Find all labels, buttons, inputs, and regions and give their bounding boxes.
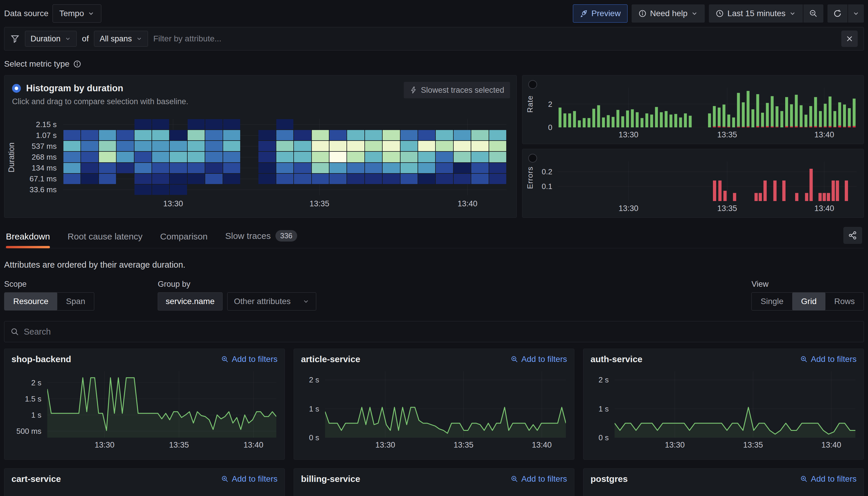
heatmap-cell[interactable]	[188, 119, 205, 129]
heatmap-cell[interactable]	[135, 163, 152, 173]
heatmap-cell[interactable]	[135, 185, 152, 195]
heatmap-cell[interactable]	[152, 152, 169, 162]
heatmap-cell[interactable]	[81, 174, 98, 184]
heatmap-cell[interactable]	[276, 152, 293, 162]
histogram-radio[interactable]	[12, 84, 21, 93]
heatmap-cell[interactable]	[418, 141, 435, 151]
view-option-single[interactable]: Single	[752, 293, 792, 310]
heatmap-cell[interactable]	[188, 130, 205, 140]
heatmap-cell[interactable]	[312, 141, 329, 151]
heatmap-cell[interactable]	[170, 141, 187, 151]
heatmap-cell[interactable]	[400, 163, 417, 173]
heatmap-cell[interactable]	[170, 152, 187, 162]
heatmap-cell[interactable]	[436, 163, 453, 173]
add-to-filters-link[interactable]: Add to filters	[511, 474, 567, 484]
heatmap-cell[interactable]	[258, 174, 275, 184]
heatmap-cell[interactable]	[205, 130, 222, 140]
heatmap-cell[interactable]	[81, 130, 98, 140]
heatmap-cell[interactable]	[330, 174, 347, 184]
heatmap-cell[interactable]	[205, 163, 222, 173]
heatmap-cell[interactable]	[81, 163, 98, 173]
heatmap-cell[interactable]	[312, 163, 329, 173]
heatmap-cell[interactable]	[489, 174, 506, 184]
add-to-filters-link[interactable]: Add to filters	[221, 355, 277, 364]
heatmap-cell[interactable]	[99, 141, 116, 151]
heatmap-cell[interactable]	[258, 141, 275, 151]
heatmap-cell[interactable]	[258, 163, 275, 173]
heatmap-cell[interactable]	[489, 130, 506, 140]
info-circle-icon[interactable]	[73, 60, 81, 68]
heatmap-cell[interactable]	[400, 152, 417, 162]
heatmap-cell[interactable]	[330, 130, 347, 140]
chart-plot[interactable]	[47, 371, 276, 438]
heatmap-cell[interactable]	[63, 130, 80, 140]
rate-plot[interactable]	[558, 88, 856, 127]
heatmap-cell[interactable]	[188, 152, 205, 162]
heatmap-cell[interactable]	[135, 119, 152, 129]
heatmap-cell[interactable]	[152, 163, 169, 173]
heatmap-cell[interactable]	[258, 130, 275, 140]
span-scope-select[interactable]: All spans	[94, 31, 148, 47]
heatmap-cell[interactable]	[188, 174, 205, 184]
heatmap-cell[interactable]	[135, 130, 152, 140]
groupby-other-attributes-dropdown[interactable]: Other attributes	[227, 292, 316, 311]
heatmap-cell[interactable]	[170, 185, 187, 195]
tab-root-cause-latency[interactable]: Root cause latency	[67, 232, 142, 248]
heatmap-cell[interactable]	[312, 174, 329, 184]
heatmap-cell[interactable]	[489, 163, 506, 173]
clear-filter-button[interactable]	[841, 31, 858, 47]
heatmap-cell[interactable]	[294, 141, 311, 151]
heatmap-cell[interactable]	[276, 174, 293, 184]
heatmap-cell[interactable]	[330, 152, 347, 162]
heatmap-cell[interactable]	[489, 152, 506, 162]
need-help-button[interactable]: Need help	[631, 4, 705, 22]
heatmap-cell[interactable]	[223, 119, 240, 129]
heatmap-cell[interactable]	[170, 174, 187, 184]
heatmap-cell[interactable]	[454, 174, 471, 184]
heatmap-cell[interactable]	[276, 141, 293, 151]
heatmap-cell[interactable]	[436, 174, 453, 184]
heatmap-cell[interactable]	[347, 152, 364, 162]
heatmap-cell[interactable]	[347, 163, 364, 173]
heatmap-cell[interactable]	[188, 163, 205, 173]
heatmap-cell[interactable]	[347, 174, 364, 184]
errors-plot[interactable]	[558, 161, 856, 201]
heatmap-cell[interactable]	[223, 141, 240, 151]
heatmap-cell[interactable]	[63, 152, 80, 162]
filter-attribute-input[interactable]: Filter by attribute...	[153, 34, 222, 44]
heatmap-cell[interactable]	[81, 141, 98, 151]
heatmap-cell[interactable]	[454, 130, 471, 140]
heatmap-cell[interactable]	[400, 141, 417, 151]
chart-plot[interactable]	[325, 371, 566, 438]
heatmap-cell[interactable]	[471, 174, 488, 184]
heatmap-cell[interactable]	[471, 152, 488, 162]
groupby-service-name-button[interactable]: service.name	[158, 292, 223, 311]
heatmap-cell[interactable]	[365, 174, 382, 184]
heatmap-cell[interactable]	[223, 163, 240, 173]
heatmap-cell[interactable]	[63, 163, 80, 173]
heatmap-cell[interactable]	[276, 163, 293, 173]
heatmap-cell[interactable]	[135, 174, 152, 184]
heatmap-cell[interactable]	[135, 152, 152, 162]
heatmap-cell[interactable]	[383, 141, 400, 151]
zoom-out-time-button[interactable]	[803, 4, 823, 22]
heatmap-cell[interactable]	[454, 141, 471, 151]
heatmap-cell[interactable]	[365, 163, 382, 173]
heatmap-cell[interactable]	[365, 130, 382, 140]
heatmap-cell[interactable]	[152, 174, 169, 184]
search-input[interactable]: Search	[4, 321, 864, 342]
heatmap-cell[interactable]	[117, 130, 134, 140]
heatmap-cell[interactable]	[418, 130, 435, 140]
heatmap-cell[interactable]	[312, 152, 329, 162]
heatmap-cell[interactable]	[276, 130, 293, 140]
heatmap-cell[interactable]	[471, 163, 488, 173]
heatmap-cell[interactable]	[223, 152, 240, 162]
heatmap-cell[interactable]	[152, 185, 169, 195]
heatmap-cell[interactable]	[170, 163, 187, 173]
heatmap-cell[interactable]	[418, 163, 435, 173]
add-to-filters-link[interactable]: Add to filters	[221, 474, 277, 484]
heatmap-cell[interactable]	[223, 130, 240, 140]
heatmap-cell[interactable]	[436, 130, 453, 140]
heatmap-cell[interactable]	[436, 152, 453, 162]
add-to-filters-link[interactable]: Add to filters	[511, 355, 567, 364]
